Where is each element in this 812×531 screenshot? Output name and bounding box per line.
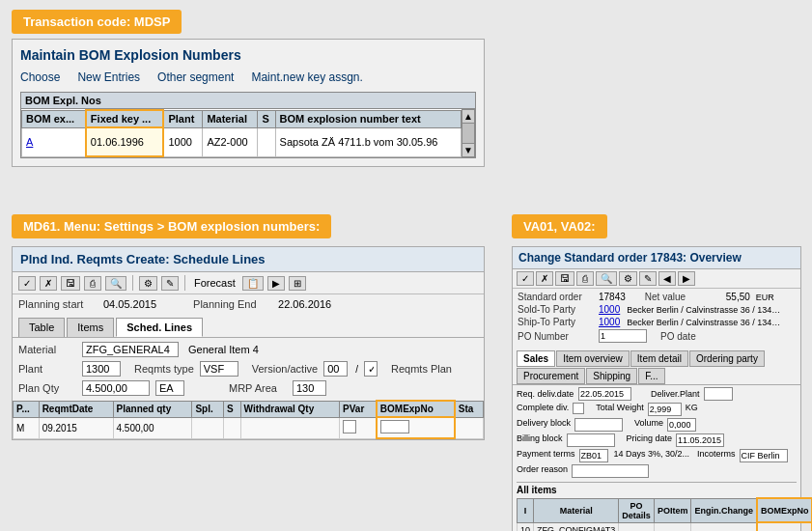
data-table-header: P... ReqmtDate Planned qty Spl. S Withdr…: [14, 401, 484, 417]
incoterms-input[interactable]: [740, 449, 788, 462]
bom-ex-cell[interactable]: A: [22, 127, 86, 156]
sales-row-4: Billing block Pricing date: [517, 433, 797, 447]
reqmts-type-input[interactable]: [200, 361, 238, 377]
top-panel-title: Maintain BOM Explosion Numbers: [20, 47, 476, 63]
items-engin-cell: [691, 522, 757, 531]
withdrawal-qty-cell: [240, 417, 339, 438]
toolbar-btn-9[interactable]: ▶: [267, 276, 285, 291]
right-tab-shipping[interactable]: Shipping: [586, 368, 637, 384]
plant-input[interactable]: [82, 361, 121, 377]
plan-qty-unit-input[interactable]: [155, 380, 184, 396]
complete-div-label: Complete div.: [517, 403, 569, 416]
right-btn-6[interactable]: ⚙: [619, 271, 637, 286]
items-col-i: I: [518, 498, 534, 522]
delivery-block-input[interactable]: [574, 418, 623, 432]
toolbar-btn-7[interactable]: ✎: [161, 276, 179, 291]
bom-exp-no-field[interactable]: [380, 420, 409, 433]
col-s: S: [258, 110, 275, 127]
right-btn-7[interactable]: ✎: [639, 271, 657, 286]
menu-other-segment[interactable]: Other segment: [157, 70, 234, 84]
plan-qty-row: Plan Qty MRP Area: [18, 380, 478, 396]
right-tab-ordering[interactable]: Ordering party: [689, 350, 765, 367]
col-plant: Plant: [163, 110, 203, 127]
pvar-cell: [340, 417, 377, 438]
tab-items[interactable]: Items: [67, 318, 114, 337]
bom-exp-no-cell[interactable]: [377, 417, 455, 438]
right-btn-8[interactable]: ◀: [658, 271, 676, 286]
standard-order-label: Standard order: [518, 292, 595, 302]
scroll-down-btn[interactable]: ▼: [462, 143, 474, 156]
sales-row-3: Delivery block Volume: [517, 418, 797, 432]
pricing-date-input[interactable]: [676, 433, 724, 447]
col-pvar: PVar: [340, 401, 377, 417]
menu-new-entries[interactable]: New Entries: [77, 70, 140, 84]
scroll-up-btn[interactable]: ▲: [462, 110, 474, 124]
mrp-area-input[interactable]: [293, 380, 326, 396]
order-reason-input[interactable]: [572, 464, 649, 478]
standard-order-value: 17843: [599, 292, 626, 302]
spl-cell: [192, 417, 224, 438]
reqmts-plan-label: Reqmts Plan: [391, 363, 452, 375]
complete-div-checkbox[interactable]: [573, 403, 584, 414]
right-tab-item-overview[interactable]: Item overview: [556, 350, 630, 367]
version-label: Version/active: [252, 363, 318, 375]
ship-to-label: Ship-To Party: [518, 317, 595, 327]
col-bom-ex: BOM ex...: [22, 110, 86, 127]
billing-block-input[interactable]: [567, 433, 615, 447]
req-date-input[interactable]: [578, 387, 631, 401]
scrollbar[interactable]: ▲ ▼: [462, 109, 475, 157]
planning-end-label: Planning End: [193, 298, 270, 310]
items-po-details-cell: [619, 522, 655, 531]
items-i-cell: 10: [518, 522, 534, 531]
sold-to-value[interactable]: 1000: [599, 304, 620, 315]
version-input[interactable]: [323, 361, 348, 377]
deliver-plant-input[interactable]: [704, 387, 733, 401]
tab-sched-lines[interactable]: Sched. Lines: [116, 318, 203, 337]
toolbar-btn-2[interactable]: ✗: [40, 276, 57, 291]
po-input[interactable]: [599, 329, 647, 343]
material-row: Material General Item 4: [18, 342, 478, 357]
col-bom-exp-no: BOMExpNo: [377, 401, 455, 417]
planning-start-label: Planning start: [18, 298, 96, 310]
toolbar-btn-1[interactable]: ✓: [18, 276, 36, 291]
right-btn-1[interactable]: ✓: [517, 271, 534, 286]
sales-row-5: Payment terms 14 Days 3%, 30/2... Incote…: [517, 449, 797, 462]
right-tab-item-detail[interactable]: Item detail: [630, 350, 688, 367]
material-input[interactable]: [82, 342, 179, 357]
net-value-label: Net value: [645, 292, 722, 302]
tab-table[interactable]: Table: [18, 318, 65, 337]
right-tab-f[interactable]: F...: [638, 368, 664, 384]
plan-qty-input[interactable]: [82, 380, 150, 396]
forecast-btn[interactable]: Forecast: [191, 276, 238, 290]
toolbar-btn-6[interactable]: ⚙: [139, 276, 157, 291]
toolbar-btn-5[interactable]: 🔍: [105, 276, 126, 291]
right-panel-title: Change Standard order 17843: Overview: [513, 247, 800, 269]
menu-choose[interactable]: Choose: [20, 70, 60, 84]
toolbar-btn-10[interactable]: ⊞: [289, 276, 306, 291]
right-btn-9[interactable]: ▶: [678, 271, 695, 286]
volume-label: Volume: [634, 418, 663, 432]
col-s2: S: [223, 401, 240, 417]
toolbar-btn-3[interactable]: 🖫: [61, 276, 80, 291]
version-active-input[interactable]: [364, 361, 378, 377]
payment-terms-input[interactable]: [579, 449, 608, 462]
items-bom-exp-no-cell[interactable]: [757, 522, 812, 531]
right-tab-sales[interactable]: Sales: [517, 350, 555, 367]
right-tab-procurement[interactable]: Procurement: [517, 368, 585, 384]
right-btn-2[interactable]: ✗: [536, 271, 553, 286]
total-weight-input[interactable]: [648, 403, 682, 416]
right-tabs: Sales Item overview Item detail Ordering…: [513, 348, 800, 385]
toolbar-btn-4[interactable]: ⎙: [84, 276, 101, 291]
sales-row-6: Order reason: [517, 464, 797, 478]
right-btn-5[interactable]: 🔍: [596, 271, 617, 286]
items-col-engin: Engin.Change: [691, 498, 757, 522]
menu-maint-new-key[interactable]: Maint.new key assgn.: [251, 70, 362, 84]
billing-block-label: Billing block: [517, 433, 563, 447]
right-btn-4[interactable]: ⎙: [576, 271, 594, 286]
sold-to-name: Becker Berlin / Calvinstrasse 36 / 13467…: [627, 305, 781, 315]
volume-input[interactable]: [667, 418, 696, 432]
ship-to-value[interactable]: 1000: [599, 317, 620, 327]
right-btn-3[interactable]: 🖫: [555, 271, 574, 286]
toolbar-btn-8[interactable]: 📋: [242, 276, 264, 291]
pvar-field[interactable]: [343, 420, 356, 433]
